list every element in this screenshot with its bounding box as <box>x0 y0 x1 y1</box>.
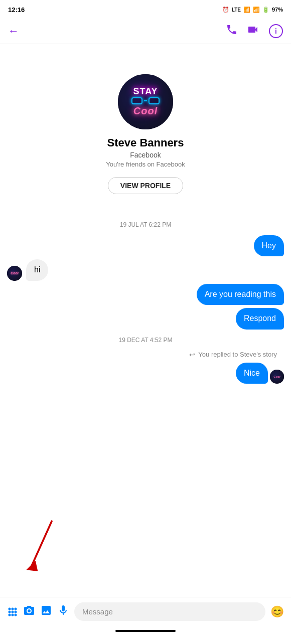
red-arrow-container <box>20 517 60 579</box>
lte-icon: LTE <box>232 7 241 13</box>
svg-point-6 <box>12 610 14 613</box>
svg-point-8 <box>9 613 11 616</box>
timestamp-2: 19 DEC AT 4:52 PM <box>7 337 284 344</box>
svg-point-5 <box>9 610 11 613</box>
sender-avatar-corner: Cool <box>270 370 284 384</box>
bottom-bar: Message 😊 <box>0 597 291 644</box>
camera-button[interactable] <box>23 604 35 619</box>
neon-glasses <box>131 97 160 104</box>
back-button[interactable]: ← <box>8 25 19 38</box>
info-button[interactable]: i <box>269 24 283 38</box>
profile-friend-status: You're friends on Facebook <box>106 160 185 168</box>
messages-area: 19 JUL AT 6:22 PM Hey Cool hi Are you re… <box>0 209 291 392</box>
reply-icon: ↩ <box>189 351 195 359</box>
red-arrow <box>20 517 60 577</box>
nav-actions: i <box>226 24 283 39</box>
corner-avatar-text: Cool <box>273 375 280 378</box>
status-bar: 12:16 ⏰ LTE 📶 📶 🔋 97% <box>0 0 291 18</box>
message-row: Cool hi <box>7 259 284 280</box>
svg-point-10 <box>15 613 17 616</box>
more-apps-button[interactable] <box>7 606 18 617</box>
message-bubble-sent: Are you reading this <box>197 284 284 305</box>
avatar-neon-bg: STAY Cool <box>118 74 173 129</box>
svg-point-9 <box>12 613 14 616</box>
message-row: Respond <box>7 308 284 329</box>
status-time: 12:16 <box>8 6 25 14</box>
message-row: Nice Cool <box>7 363 284 384</box>
emoji-button[interactable]: 😊 <box>270 605 284 618</box>
timestamp-1: 19 JUL AT 6:22 PM <box>7 221 284 228</box>
nice-bubble-container: Nice Cool <box>236 363 284 384</box>
signal-icon: 📶 <box>253 7 260 13</box>
story-reply-label: ↩ You replied to Steve's story <box>14 351 277 359</box>
home-indicator <box>7 625 284 634</box>
profile-name: Steve Banners <box>107 136 184 149</box>
message-bubble-sent: Respond <box>236 308 284 329</box>
neon-lens-right <box>149 97 160 104</box>
corner-avatar-neon: Cool <box>270 370 284 384</box>
phone-button[interactable] <box>226 24 238 39</box>
svg-point-7 <box>15 610 17 613</box>
alarm-icon: ⏰ <box>222 7 229 13</box>
message-row: Hey <box>7 235 284 256</box>
avatar: STAY Cool <box>118 74 173 129</box>
message-bubble-received: hi <box>26 259 48 280</box>
info-label: i <box>275 27 277 35</box>
neon-stay-text: STAY <box>133 87 158 97</box>
message-input[interactable]: Message <box>74 602 265 621</box>
profile-platform: Facebook <box>130 151 161 159</box>
story-reply-text: You replied to Steve's story <box>198 351 277 358</box>
profile-area: STAY Cool Steve Banners Facebook You're … <box>0 44 291 209</box>
video-call-button[interactable] <box>247 24 260 39</box>
svg-point-4 <box>15 607 17 610</box>
battery-icon: 🔋 <box>262 7 269 13</box>
message-placeholder: Message <box>82 607 113 616</box>
mic-button[interactable] <box>57 604 69 619</box>
neon-bridge <box>144 100 147 101</box>
wifi-icon: 📶 <box>243 7 250 13</box>
neon-lens-left <box>131 97 142 104</box>
message-bubble-sent: Nice <box>236 363 268 384</box>
mini-avatar-text: Cool <box>11 271 19 275</box>
svg-line-0 <box>31 521 52 567</box>
neon-cool-text: Cool <box>133 105 158 117</box>
top-nav: ← i <box>0 18 291 44</box>
status-icons: ⏰ LTE 📶 📶 🔋 97% <box>222 7 283 13</box>
battery-percent: 97% <box>272 7 283 13</box>
view-profile-button[interactable]: VIEW PROFILE <box>108 177 183 194</box>
home-bar <box>115 630 176 632</box>
svg-marker-1 <box>26 561 38 571</box>
sender-avatar: Cool <box>7 266 22 281</box>
svg-point-2 <box>9 607 11 610</box>
svg-point-3 <box>12 607 14 610</box>
message-bubble-sent: Hey <box>254 235 284 256</box>
message-row: Are you reading this <box>7 284 284 305</box>
mini-avatar-neon: Cool <box>7 266 22 281</box>
bottom-actions: Message 😊 <box>7 602 284 621</box>
photo-button[interactable] <box>40 604 52 619</box>
